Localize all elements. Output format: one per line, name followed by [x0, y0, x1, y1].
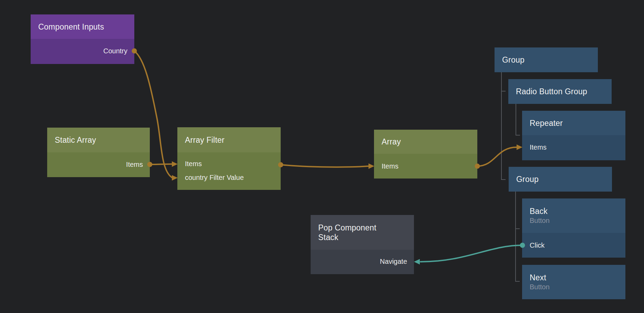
node-header: Group: [509, 167, 612, 192]
port-label: country Filter Value: [185, 174, 244, 181]
arrowhead-filter-items-icon: [172, 161, 178, 167]
port-label: Country: [103, 47, 127, 55]
port-country-filter-value-input[interactable]: country Filter Value: [185, 173, 244, 182]
port-items-input[interactable]: Items: [530, 143, 547, 152]
port-click-output[interactable]: Click: [530, 241, 544, 250]
node-title: Radio Button Group: [516, 87, 604, 96]
node-back-button[interactable]: Back Button Click: [522, 198, 625, 258]
port-label: Items: [185, 160, 202, 168]
port-navigate-input[interactable]: Navigate: [380, 257, 407, 266]
port-label: Items: [530, 143, 547, 151]
port-label: Items: [126, 161, 143, 168]
tree-line-group-bottom: [516, 192, 520, 281]
node-title: Array: [382, 137, 470, 147]
wire-filter-to-array[interactable]: [281, 165, 368, 167]
node-header: Next Button: [522, 265, 625, 299]
arrowhead-array-items-icon: [368, 163, 374, 169]
node-header: Repeater: [522, 111, 625, 135]
node-title: Group: [516, 174, 604, 184]
arrowhead-navigate-icon: [414, 259, 420, 265]
node-type-label: Button: [530, 282, 618, 291]
node-editor-canvas[interactable]: Component Inputs Country Static Array It…: [0, 0, 644, 313]
node-header: Radio Button Group: [508, 79, 612, 104]
node-title: Group: [502, 55, 590, 65]
node-header: Static Array: [47, 128, 150, 152]
arrowhead-repeater-items-icon: [517, 144, 522, 150]
node-title: Next: [530, 273, 618, 282]
port-label: Navigate: [380, 258, 407, 265]
node-header: Component Inputs: [31, 14, 134, 39]
port-label: Click: [530, 241, 544, 249]
node-header: Array: [374, 130, 477, 154]
node-title: Array Filter: [185, 135, 273, 145]
node-pop-component-stack[interactable]: Pop Component Stack Navigate: [311, 215, 414, 274]
node-group-top[interactable]: Group: [495, 47, 598, 72]
wire-array-to-repeater-items[interactable]: [477, 147, 517, 166]
port-items-input[interactable]: Items: [185, 159, 202, 168]
node-next-button[interactable]: Next Button: [522, 265, 625, 299]
port-country-output[interactable]: Country: [103, 46, 127, 55]
port-items-output[interactable]: Items: [126, 160, 143, 169]
node-title: Repeater: [530, 118, 618, 128]
node-title: Back: [530, 206, 618, 216]
node-title: Pop Component Stack: [318, 223, 384, 242]
node-radio-button-group[interactable]: Radio Button Group: [508, 79, 612, 104]
node-repeater[interactable]: Repeater Items: [522, 111, 625, 160]
node-array-filter[interactable]: Array Filter Items country Filter Value: [177, 127, 281, 190]
node-header: Group: [495, 47, 598, 72]
node-header: Array Filter: [177, 127, 281, 152]
node-title: Component Inputs: [38, 22, 127, 32]
tree-line-group-top: [501, 72, 506, 180]
node-array[interactable]: Array Items: [374, 130, 477, 179]
node-header: Back Button: [522, 198, 625, 233]
arrowhead-filter-value-icon: [172, 175, 178, 181]
tree-line-radio-to-repeater: [516, 104, 520, 135]
port-items-input[interactable]: Items: [382, 162, 398, 171]
node-static-array[interactable]: Static Array Items: [47, 128, 150, 177]
node-type-label: Button: [530, 216, 618, 225]
wire-static-items-to-filter-items[interactable]: [150, 164, 172, 164]
node-group-bottom[interactable]: Group: [509, 167, 612, 192]
port-label: Items: [382, 162, 398, 170]
node-component-inputs[interactable]: Component Inputs Country: [31, 14, 134, 64]
node-title: Static Array: [55, 135, 142, 145]
wire-click-to-navigate[interactable]: [420, 245, 522, 262]
node-header: Pop Component Stack: [311, 215, 414, 250]
